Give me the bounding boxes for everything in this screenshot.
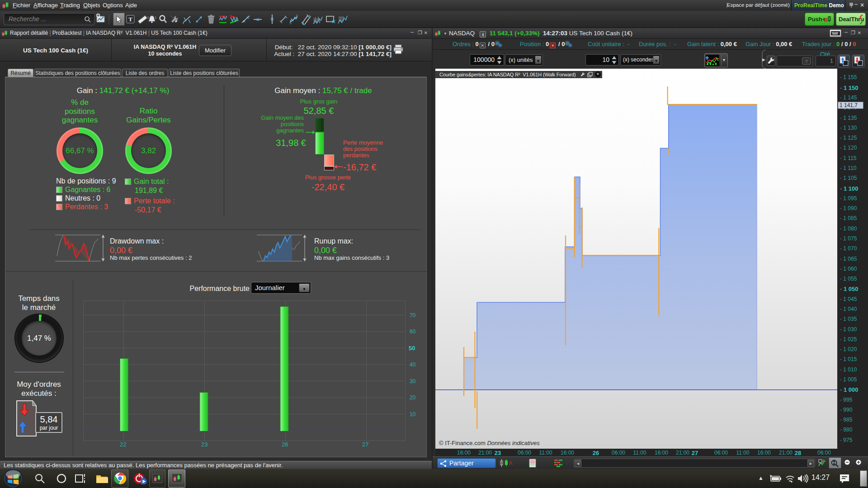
- svg-text:60: 60: [410, 328, 416, 335]
- svg-text:30: 30: [410, 378, 416, 385]
- svg-text:10: 10: [410, 411, 416, 418]
- svg-text:T: T: [128, 16, 132, 23]
- svg-text:20: 20: [410, 394, 416, 401]
- svg-text:70: 70: [410, 312, 416, 319]
- svg-text:50: 50: [409, 345, 415, 352]
- svg-text:40: 40: [410, 361, 416, 368]
- svg-text:© IT-Finance.com Données indic: © IT-Finance.com Données indicatives: [439, 440, 540, 446]
